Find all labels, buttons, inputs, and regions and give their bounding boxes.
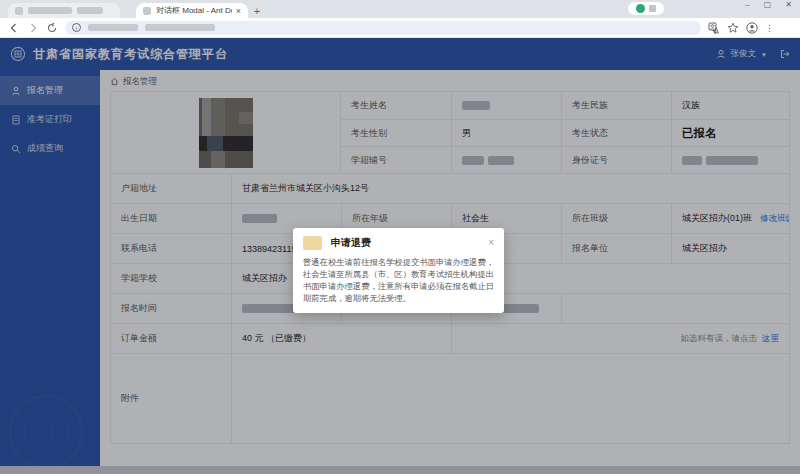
tab-redacted[interactable]: [8, 3, 120, 18]
warning-icon: [303, 236, 322, 250]
modal-close-icon[interactable]: ×: [488, 238, 494, 248]
tab-strip: 对话框 Modal - Ant Design V × + – ▢ ✕: [0, 0, 800, 18]
modal-title: 申请退费: [331, 236, 371, 250]
browser-menu-icon[interactable]: ⋮: [765, 23, 774, 33]
extension-pill: [628, 2, 664, 15]
favicon-redacted: [15, 7, 23, 15]
tab-title-redacted: [28, 7, 72, 14]
reload-icon[interactable]: [46, 22, 58, 34]
page-content: 甘肃省国家教育考试综合管理平台 张俊文 ▼: [0, 38, 800, 474]
minimize-icon[interactable]: –: [745, 1, 749, 9]
refund-modal: 申请退费 × 普通在校生请前往报名学校提交书面申请办理退费，社会生请至所属县（市…: [293, 228, 504, 313]
modal-body-text: 普通在校生请前往报名学校提交书面申请办理退费，社会生请至所属县（市、区）教育考试…: [303, 256, 494, 304]
url-redacted: [145, 24, 215, 31]
translate-icon[interactable]: [708, 22, 720, 34]
profile-avatar-icon[interactable]: [746, 22, 758, 34]
maximize-icon[interactable]: ▢: [764, 1, 772, 9]
window-controls: – ▢ ✕: [745, 1, 792, 9]
forward-icon[interactable]: [27, 22, 39, 34]
address-bar[interactable]: i: [65, 21, 701, 35]
favicon-redacted: [143, 7, 151, 15]
close-icon[interactable]: ✕: [785, 1, 792, 9]
url-redacted: [88, 24, 138, 31]
back-icon[interactable]: [8, 22, 20, 34]
modal-header: 申请退费 ×: [303, 236, 494, 250]
new-tab-button[interactable]: +: [248, 3, 266, 18]
tab-title: 对话框 Modal - Ant Design V: [156, 5, 232, 16]
page-info-icon[interactable]: i: [72, 23, 81, 32]
browser-toolbar: i ⋮: [0, 18, 800, 38]
bookmark-star-icon[interactable]: [727, 22, 739, 34]
extension-icon[interactable]: [636, 4, 645, 13]
extension-icon-redacted[interactable]: [649, 5, 656, 12]
tab-close-icon[interactable]: ×: [236, 6, 241, 16]
browser-window: 对话框 Modal - Ant Design V × + – ▢ ✕ i: [0, 0, 800, 474]
tab-title-redacted: [77, 7, 103, 14]
tab-active[interactable]: 对话框 Modal - Ant Design V ×: [136, 3, 248, 18]
